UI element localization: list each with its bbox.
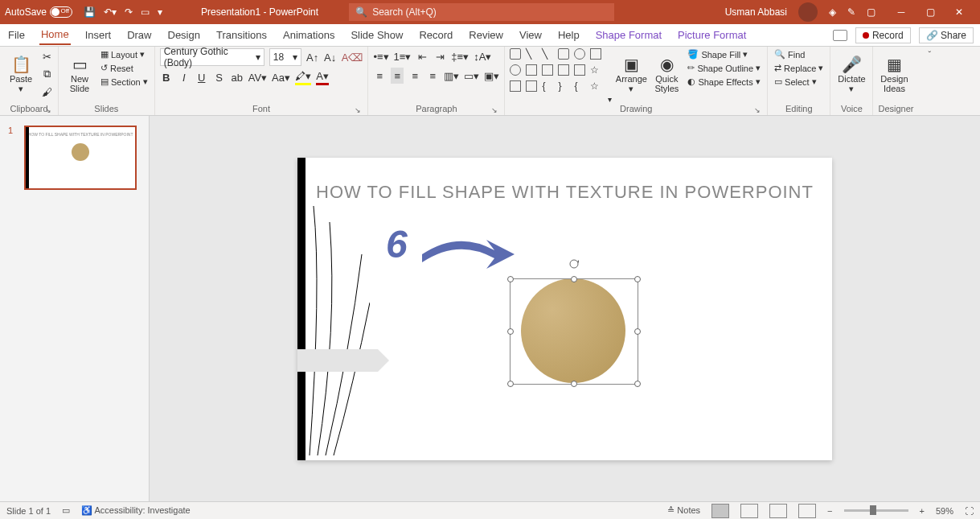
tab-file[interactable]: File (6, 26, 27, 44)
font-size-select[interactable]: 18▾ (269, 48, 301, 66)
tab-help[interactable]: Help (556, 26, 581, 44)
drawing-launcher[interactable]: ↘ (754, 106, 761, 114)
decrease-font-button[interactable]: A↓ (324, 49, 337, 65)
resize-handle-nw[interactable] (507, 276, 514, 282)
line-spacing-button[interactable]: ‡≡▾ (451, 48, 469, 64)
slide-canvas[interactable]: HOW TO FILL SHAPE WITH TEXTURE IN POWERP… (297, 158, 832, 460)
cut-button[interactable]: ✂ (40, 48, 53, 64)
slideshow-view-button[interactable] (798, 504, 816, 518)
pen-icon[interactable]: ✎ (847, 6, 855, 18)
tab-shape-format[interactable]: Shape Format (594, 26, 663, 44)
close-button[interactable]: ✕ (945, 0, 974, 24)
shapes-gallery[interactable]: ╲╲ ☆ {}{☆ (510, 48, 605, 95)
bold-button[interactable]: B (160, 69, 173, 85)
justify-button[interactable]: ≡ (426, 68, 439, 84)
smartart-button[interactable]: ▣▾ (484, 68, 499, 84)
shape-outline-button[interactable]: ✏Shape Outline ▾ (686, 62, 762, 74)
comments-button[interactable] (833, 30, 847, 41)
minimize-button[interactable]: ─ (887, 0, 916, 24)
zoom-slider[interactable] (844, 509, 908, 512)
normal-view-button[interactable] (711, 504, 729, 518)
align-center-button[interactable]: ≡ (391, 68, 404, 84)
align-right-button[interactable]: ≡ (408, 68, 421, 84)
format-painter-button[interactable]: 🖌 (40, 84, 53, 100)
fit-window-button[interactable]: ⛶ (965, 506, 974, 516)
selection-box[interactable] (510, 278, 638, 385)
tab-transitions[interactable]: Transitions (215, 26, 269, 44)
redo-icon[interactable]: ↷ (125, 6, 133, 18)
resize-handle-s[interactable] (571, 381, 577, 387)
record-button[interactable]: Record (855, 27, 911, 43)
bullets-button[interactable]: •≡▾ (373, 48, 388, 64)
arrange-button[interactable]: ▣Arrange▾ (615, 48, 647, 100)
shape-effects-button[interactable]: ◐Shape Effects ▾ (686, 76, 762, 88)
tab-view[interactable]: View (518, 26, 543, 44)
resize-handle-e[interactable] (634, 328, 641, 335)
clipboard-launcher[interactable]: ↘ (45, 106, 51, 114)
section-button[interactable]: ▤Section ▾ (99, 76, 150, 88)
zoom-in-button[interactable]: + (920, 506, 925, 516)
numbering-button[interactable]: 1≡▾ (394, 48, 412, 64)
undo-icon[interactable]: ↶▾ (104, 6, 117, 18)
underline-button[interactable]: U (195, 69, 208, 85)
select-button[interactable]: ▭Select ▾ (773, 76, 825, 88)
tab-draw[interactable]: Draw (125, 26, 153, 44)
share-button[interactable]: 🔗 Share (919, 27, 974, 43)
align-left-button[interactable]: ≡ (373, 68, 386, 84)
slideshow-start-icon[interactable]: ▭ (141, 6, 150, 18)
shapes-more-icon[interactable]: ▾ (608, 95, 612, 104)
increase-font-button[interactable]: A↑ (306, 49, 319, 65)
tab-home[interactable]: Home (39, 25, 71, 45)
font-color-button[interactable]: A▾ (316, 69, 329, 85)
sorter-view-button[interactable] (740, 504, 758, 518)
slide-thumbnail-1[interactable]: HOW TO FILL SHAPE WITH TEXTURE IN POWERP… (24, 126, 137, 190)
notes-button[interactable]: ≙ Notes (667, 505, 700, 516)
copy-button[interactable]: ⧉ (40, 66, 53, 82)
paragraph-launcher[interactable]: ↘ (491, 106, 498, 114)
font-name-select[interactable]: Century Gothic (Body)▾ (160, 48, 264, 66)
font-launcher[interactable]: ↘ (355, 106, 361, 114)
zoom-percent[interactable]: 59% (936, 506, 953, 516)
accessibility-status[interactable]: ♿ Accessibility: Investigate (81, 505, 191, 516)
ribbon-mode-icon[interactable]: ▢ (867, 6, 875, 18)
replace-button[interactable]: ⇄Replace ▾ (773, 62, 825, 74)
slide-title[interactable]: HOW TO FILL SHAPE WITH TEXTURE IN POWERP… (297, 182, 832, 203)
resize-handle-w[interactable] (507, 328, 514, 335)
maximize-button[interactable]: ▢ (916, 0, 945, 24)
paste-button[interactable]: 📋Paste▾ (5, 48, 37, 100)
layout-button[interactable]: ▦Layout ▾ (99, 48, 150, 60)
char-spacing-button[interactable]: AV▾ (248, 69, 267, 85)
tab-animations[interactable]: Animations (281, 26, 336, 44)
qat-more-icon[interactable]: ▾ (158, 6, 162, 18)
increase-indent-button[interactable]: ⇥ (433, 48, 446, 64)
strike-button[interactable]: S (213, 69, 226, 85)
find-button[interactable]: 🔍Find (773, 48, 825, 60)
collapse-ribbon-button[interactable]: ˇ (925, 47, 934, 115)
tab-review[interactable]: Review (467, 26, 505, 44)
dictate-button[interactable]: 🎤Dictate▾ (835, 48, 867, 100)
tab-picture-format[interactable]: Picture Format (676, 26, 748, 44)
search-box[interactable]: 🔍 Search (Alt+Q) (349, 3, 614, 21)
change-case-button[interactable]: Aa▾ (272, 69, 290, 85)
resize-handle-ne[interactable] (634, 276, 641, 282)
align-text-button[interactable]: ▭▾ (464, 68, 479, 84)
columns-button[interactable]: ▥▾ (444, 68, 459, 84)
diamond-icon[interactable]: ◈ (829, 6, 836, 18)
tab-insert[interactable]: Insert (84, 26, 113, 44)
new-slide-button[interactable]: ▭New Slide (64, 48, 96, 100)
resize-handle-n[interactable] (571, 276, 577, 282)
resize-handle-se[interactable] (634, 381, 641, 387)
reading-view-button[interactable] (769, 504, 787, 518)
slide-editor[interactable]: HOW TO FILL SHAPE WITH TEXTURE IN POWERP… (150, 116, 980, 501)
notes-indicator-icon[interactable]: ▭ (62, 505, 70, 516)
design-ideas-button[interactable]: ▦Design Ideas (878, 48, 910, 100)
shadow-button[interactable]: ab (231, 69, 244, 85)
quick-styles-button[interactable]: ◉Quick Styles (650, 48, 683, 100)
clear-format-button[interactable]: A⌫ (342, 49, 363, 65)
shape-fill-button[interactable]: 🪣Shape Fill ▾ (686, 48, 762, 60)
save-icon[interactable]: 💾 (84, 6, 96, 18)
text-direction-button[interactable]: ↕A▾ (474, 48, 491, 64)
zoom-out-button[interactable]: − (827, 506, 832, 516)
tab-slideshow[interactable]: Slide Show (349, 26, 404, 44)
highlight-button[interactable]: 🖍▾ (295, 69, 311, 85)
